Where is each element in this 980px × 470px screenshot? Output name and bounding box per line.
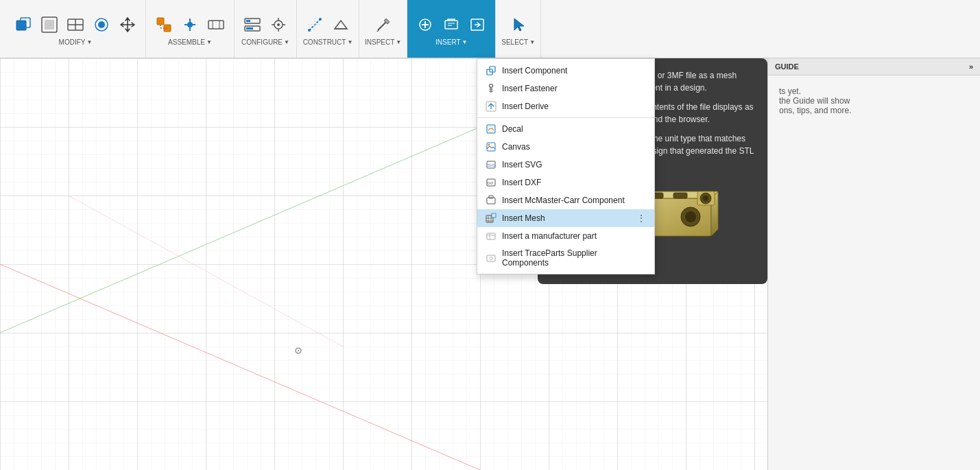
- svg-point-60: [488, 144, 490, 146]
- btn-assemble2[interactable]: [178, 12, 202, 37]
- insert-arrow: ▼: [462, 39, 468, 45]
- btn-select1[interactable]: [506, 12, 531, 37]
- menu-item-decal[interactable]: Decal: [477, 120, 654, 138]
- btn-assemble1[interactable]: [152, 12, 176, 37]
- group-modify: MODIFY ▼: [5, 0, 146, 58]
- guide-title: GUIDE: [775, 62, 799, 71]
- group-construct: CONSTRUCT ▼: [297, 0, 359, 58]
- assemble-arrow: ▼: [206, 39, 212, 45]
- insert-dxf-icon: DXF: [486, 177, 497, 188]
- menu-item-more-icon[interactable]: ⋮: [636, 213, 646, 224]
- guide-msg2: the Guide will show: [779, 96, 969, 106]
- svg-rect-72: [487, 233, 495, 239]
- insert-traceparts-icon: [486, 252, 497, 263]
- configure-arrow: ▼: [284, 39, 289, 45]
- guide-msg1: ts yet.: [779, 86, 969, 96]
- btn-move[interactable]: [115, 12, 140, 37]
- svg-point-30: [319, 18, 322, 21]
- svg-point-74: [490, 257, 492, 260]
- toolbar: MODIFY ▼: [0, 0, 980, 58]
- svg-point-49: [298, 350, 299, 351]
- svg-point-95: [703, 196, 708, 201]
- menu-item-insert-component[interactable]: Insert Component: [477, 62, 654, 80]
- group-insert: INSERT ▼: [407, 0, 496, 58]
- btn-construct1[interactable]: [302, 12, 327, 37]
- btn-modify1[interactable]: [11, 12, 36, 37]
- insert-dropdown-menu: Insert Component Insert Fastener Insert …: [477, 58, 655, 274]
- svg-point-8: [98, 21, 105, 28]
- btn-modify2[interactable]: [37, 12, 62, 37]
- svg-rect-20: [246, 20, 250, 22]
- insert-mesh-icon: [486, 213, 497, 224]
- inspect-arrow: ▼: [396, 39, 401, 45]
- btn-configure1[interactable]: [240, 12, 265, 37]
- insert-label: INSERT: [435, 38, 461, 46]
- btn-modify3[interactable]: [63, 12, 88, 37]
- group-assemble: ASSEMBLE ▼: [146, 0, 235, 58]
- menu-item-insert-mesh[interactable]: Insert Mesh ⋮: [477, 209, 654, 227]
- insert-derive-icon: [486, 101, 497, 112]
- btn-configure2[interactable]: [266, 12, 291, 37]
- btn-construct2[interactable]: [328, 12, 353, 37]
- modify-label: MODIFY: [59, 38, 86, 46]
- svg-rect-92: [673, 193, 687, 198]
- menu-separator-1: [477, 117, 654, 118]
- svg-text:DXF: DXF: [488, 182, 494, 185]
- guide-empty-state: ts yet. the Guide will show ons, tips, a…: [768, 75, 980, 126]
- btn-assemble3[interactable]: [204, 12, 228, 37]
- svg-point-29: [308, 29, 311, 32]
- insert-fastener-icon: [486, 83, 497, 94]
- btn-insert3[interactable]: [465, 12, 490, 37]
- svg-text:SVG: SVG: [488, 163, 495, 167]
- svg-rect-58: [487, 125, 495, 133]
- svg-line-34: [378, 22, 386, 30]
- menu-item-insert-traceparts[interactable]: Insert TraceParts Supplier Components: [477, 245, 654, 271]
- svg-rect-9: [157, 18, 164, 25]
- select-arrow: ▼: [529, 39, 535, 45]
- btn-insert1[interactable]: [413, 12, 438, 37]
- construct-arrow: ▼: [347, 39, 352, 45]
- guide-header: GUIDE »: [768, 58, 980, 75]
- svg-rect-21: [246, 27, 253, 30]
- svg-point-90: [685, 211, 696, 222]
- insert-mcmaster-icon: [486, 195, 497, 206]
- guide-expand-icon[interactable]: »: [969, 62, 973, 71]
- inspect-label: INSPECT: [365, 38, 394, 46]
- crosshair: [295, 346, 302, 353]
- svg-point-52: [490, 84, 493, 88]
- svg-rect-73: [487, 255, 495, 261]
- svg-rect-15: [208, 21, 224, 29]
- assemble-label: ASSEMBLE: [168, 38, 205, 46]
- menu-item-insert-dxf[interactable]: DXF Insert DXF: [477, 174, 654, 191]
- svg-rect-59: [487, 143, 495, 151]
- menu-item-insert-svg[interactable]: SVG Insert SVG: [477, 156, 654, 174]
- menu-item-insert-mcmaster[interactable]: Insert McMaster-Carr Component: [477, 191, 654, 209]
- menu-item-insert-manufacturer[interactable]: Insert a manufacturer part: [477, 227, 654, 245]
- svg-rect-3: [45, 20, 54, 30]
- canvas-icon: [486, 141, 497, 152]
- menu-item-insert-derive[interactable]: Insert Derive: [477, 97, 654, 115]
- btn-modify4[interactable]: [89, 12, 114, 37]
- right-panel: GUIDE » ts yet. the Guide will show ons,…: [767, 58, 980, 470]
- svg-rect-0: [16, 21, 26, 30]
- group-select: SELECT ▼: [496, 0, 541, 58]
- btn-insert2[interactable]: [439, 12, 464, 37]
- insert-manufacturer-icon: [486, 231, 497, 242]
- configure-label: CONFIGURE: [241, 38, 283, 46]
- construct-label: CONSTRUCT: [303, 38, 346, 46]
- group-inspect: INSPECT ▼: [359, 0, 407, 58]
- guide-msg3: ons, tips, and more.: [779, 106, 969, 115]
- select-label: SELECT: [501, 38, 528, 46]
- svg-point-23: [277, 23, 280, 26]
- btn-inspect1[interactable]: [371, 12, 396, 37]
- insert-component-icon: [486, 65, 497, 76]
- svg-rect-38: [445, 21, 457, 29]
- modify-arrow: ▼: [86, 39, 92, 45]
- menu-item-canvas[interactable]: Canvas: [477, 138, 654, 156]
- menu-item-insert-fastener[interactable]: Insert Fastener: [477, 80, 654, 97]
- group-configure: CONFIGURE ▼: [235, 0, 297, 58]
- insert-svg-icon: SVG: [486, 159, 497, 170]
- decal-icon: [486, 124, 497, 134]
